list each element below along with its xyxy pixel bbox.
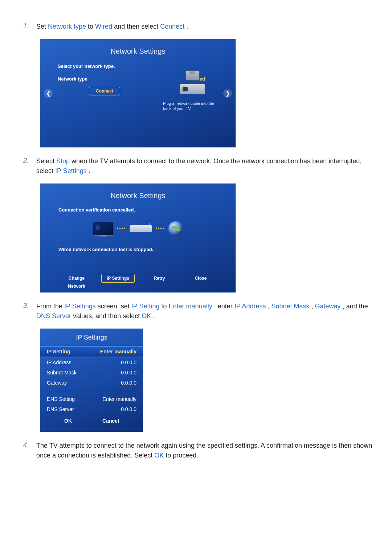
network-settings-panel-1: Network Settings ❮ ❯ Select your network… (40, 39, 236, 148)
text: values, and then select (73, 312, 142, 320)
text: to proceed. (166, 452, 198, 459)
nav-left-icon[interactable]: ❮ (44, 89, 53, 98)
ip-address-value: 0.0.0.0 (121, 360, 136, 365)
step-text-2: Select Stop when the TV attempts to conn… (36, 156, 377, 176)
ip-settings-panel: IP Settings IP Setting Enter manually IP… (40, 328, 143, 432)
step-number-2: 2. (15, 156, 29, 176)
highlight: IP Settings (64, 303, 96, 310)
gateway-value: 0.0.0.0 (121, 380, 136, 386)
router-icon (130, 225, 152, 232)
text: From the (36, 303, 64, 310)
text: , enter (214, 303, 234, 310)
text: and then select (114, 23, 160, 30)
status-message: Wired network connection test is stopped… (58, 247, 217, 274)
highlight: IP Setting (131, 303, 160, 310)
dns-setting-label: DNS Setting (47, 396, 75, 402)
dns-setting-row[interactable]: DNS Setting Enter manually (40, 394, 143, 404)
text: to (88, 23, 95, 30)
highlight: Enter manually (169, 303, 212, 310)
cable-illustration: Plug a network cable into the back of yo… (162, 70, 223, 111)
highlight: OK (142, 312, 151, 320)
retry-button[interactable]: Retry (143, 274, 176, 283)
step-number-1: 1. (15, 22, 29, 32)
port-icon (180, 84, 205, 94)
dns-server-value: 0.0.0.0 (121, 406, 136, 412)
text: , and the (343, 303, 368, 310)
nav-right-icon[interactable]: ❯ (223, 89, 232, 98)
cancel-button[interactable]: Cancel (94, 416, 127, 425)
text: . (186, 23, 188, 30)
step-text-3: From the IP Settings screen, set IP Sett… (36, 301, 377, 321)
text: . (89, 167, 90, 175)
text: . (153, 312, 155, 320)
highlight: Wired (95, 23, 112, 30)
globe-icon (168, 221, 183, 236)
subnet-mask-value: 0.0.0.0 (121, 370, 136, 376)
cancelled-message: Connection verification cancelled. (58, 206, 217, 213)
gateway-row[interactable]: Gateway 0.0.0.0 (40, 378, 143, 388)
change-network-button[interactable]: Change Network (60, 274, 93, 283)
connection-diagram: •••• •••• (58, 213, 217, 247)
subnet-mask-row[interactable]: Subnet Mask 0.0.0.0 (40, 368, 143, 378)
text: The TV attempts to connect to the networ… (36, 442, 372, 459)
network-settings-panel-2: Network Settings Connection verification… (40, 183, 236, 293)
text: screen, set (98, 303, 131, 310)
tv-icon (93, 222, 113, 235)
dns-setting-value: Enter manually (103, 396, 136, 402)
text: , (268, 303, 271, 310)
ip-setting-label: IP Setting (47, 349, 70, 354)
text: Set (36, 23, 48, 30)
panel-title: Network Settings (40, 39, 236, 61)
ip-settings-button[interactable]: IP Settings (101, 274, 135, 283)
gateway-label: Gateway (47, 380, 67, 386)
ip-address-label: IP Address (47, 360, 71, 365)
ip-setting-value: Enter manually (100, 349, 136, 354)
step-text-4: The TV attempts to connect to the networ… (36, 441, 377, 460)
highlight: IP Address (234, 303, 266, 310)
highlight: Subnet Mask (271, 303, 309, 310)
dots-icon: •••• (156, 226, 165, 231)
panel-title: IP Settings (40, 329, 143, 346)
dns-server-row[interactable]: DNS Server 0.0.0.0 (40, 404, 143, 414)
step-text-1: Set Network type to Wired and then selec… (36, 22, 377, 32)
subnet-mask-label: Subnet Mask (47, 370, 77, 376)
highlight: IP Settings (55, 167, 87, 175)
dns-server-label: DNS Server (47, 406, 74, 412)
highlight: Connect (160, 23, 184, 30)
highlight: Stop (56, 157, 70, 165)
network-type-label: Network type (58, 76, 87, 82)
connect-button[interactable]: Connect (89, 87, 120, 95)
cable-plug-icon (185, 70, 199, 81)
cable-hint-text: Plug a network cable into the back of yo… (162, 94, 223, 111)
ip-setting-row[interactable]: IP Setting Enter manually (40, 346, 143, 357)
text: to (162, 303, 169, 310)
text: Select (36, 157, 56, 165)
divider (45, 391, 138, 391)
highlight: Network type (48, 23, 86, 30)
step-number-3: 3. (15, 301, 29, 321)
dots-icon: •••• (117, 226, 126, 231)
highlight: DNS Server (36, 312, 71, 320)
highlight: Gateway (315, 303, 341, 310)
text: , (311, 303, 315, 310)
panel-title: Network Settings (40, 184, 236, 206)
ip-address-row[interactable]: IP Address 0.0.0.0 (40, 357, 143, 368)
close-button[interactable]: Close (184, 274, 217, 283)
highlight: OK (154, 452, 164, 459)
ok-button[interactable]: OK (56, 416, 80, 425)
step-number-4: 4. (15, 441, 29, 460)
